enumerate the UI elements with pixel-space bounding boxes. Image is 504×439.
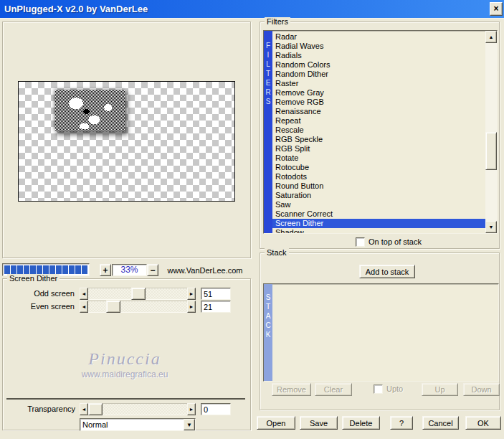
filter-list-item[interactable]: Repeat [272,116,485,126]
filter-list-item[interactable]: RGB Split [272,144,485,154]
filter-list-item[interactable]: Round Button [272,181,485,191]
filter-list-item[interactable]: Renaissance [272,107,485,116]
open-button[interactable]: Open [257,416,295,430]
filter-list-item[interactable]: Saturation [272,191,485,200]
preview-panel [2,22,251,258]
transparency-slider-track[interactable] [88,403,187,415]
even-screen-slider-track[interactable] [88,301,187,313]
progress-segment [62,265,68,274]
watermark-url: www.maidiregrafica.eu [3,369,247,379]
filter-list-item[interactable]: Radial Waves [272,42,485,51]
scroll-down-icon[interactable]: ▼ [485,221,497,233]
cancel-button[interactable]: Cancel [422,416,459,430]
slider-left-arrow-icon[interactable]: ◄ [80,403,88,415]
progress-segment [37,265,42,274]
progress-segment [69,265,75,274]
transparency-label: Transparency [3,403,75,415]
even-screen-slider-thumb[interactable] [106,301,120,313]
ok-button[interactable]: OK [465,416,501,430]
upto-label: Upto [386,383,403,395]
save-button[interactable]: Save [300,416,338,430]
preview-image [55,90,125,131]
screen-dither-group: Screen Dither Odd screen ◄ ► 51 Even scr… [2,278,251,430]
filter-list-item[interactable]: Screen Dither [272,219,485,228]
screen-dither-group-label: Screen Dither [7,274,60,283]
filter-list: RadarRadial WavesRadialsRandom ColorsRan… [272,31,485,233]
filters-group: Filters F I L T E R S RadarRadial WavesR… [260,22,500,249]
help-button[interactable]: ? [390,416,413,430]
blend-mode-value: Normal [82,420,108,430]
progress-segment [82,265,87,274]
slider-right-arrow-icon[interactable]: ► [187,301,196,313]
even-screen-slider[interactable]: ◄ ► [80,301,196,313]
odd-screen-slider-thumb[interactable] [131,288,146,300]
filter-list-item[interactable]: Raster [272,79,485,88]
progress-segment [11,265,16,274]
params-divider [6,398,245,400]
filter-list-item[interactable]: RGB Speckle [272,135,485,144]
progress-segment [4,265,10,274]
window-title: UnPlugged-X v2.0 by VanDerLee [0,4,148,14]
filter-list-item[interactable]: Scanner Correct [272,209,485,219]
unplugged-x-dialog: UnPlugged-X v2.0 by VanDerLee × + 33% − … [0,0,504,439]
chevron-down-icon[interactable]: ▼ [184,419,195,430]
stack-group-label: Stack [265,248,289,258]
close-button[interactable]: × [490,2,503,16]
filter-list-item[interactable]: Rotocube [272,163,485,172]
clear-button[interactable]: Clear [315,383,352,396]
filters-scrollbar[interactable]: ▲ ▼ [485,31,497,233]
filter-list-item[interactable]: Shadow [272,228,485,233]
on-top-of-stack-label: On top of stack [369,236,422,248]
progress-segment [49,265,55,274]
filters-listbox: F I L T E R S RadarRadial WavesRadialsRa… [263,30,498,234]
filters-group-label: Filters [265,17,290,27]
zoom-level: 33% [112,264,147,276]
slider-left-arrow-icon[interactable]: ◄ [80,301,88,313]
delete-button[interactable]: Delete [342,416,380,430]
transparency-value[interactable]: 0 [201,403,231,415]
filter-list-item[interactable]: Radar [272,32,485,42]
transparency-slider-thumb[interactable] [88,403,103,415]
even-screen-value[interactable]: 21 [201,301,231,313]
zoom-in-button[interactable]: + [100,264,111,276]
filter-list-item[interactable]: Radials [272,51,485,60]
filter-list-item[interactable]: Random Dither [272,70,485,79]
progress-segment [56,265,62,274]
filter-list-item[interactable]: Remove Gray [272,88,485,98]
odd-screen-value[interactable]: 51 [201,288,231,300]
even-screen-label: Even screen [3,301,75,313]
progress-segment [24,265,29,274]
transparency-checkerboard-preview[interactable] [18,81,235,202]
slider-right-arrow-icon[interactable]: ► [187,288,196,300]
filters-scrollbar-thumb[interactable] [485,132,497,170]
stack-side-label: S T A C K [264,284,272,381]
filter-list-item[interactable]: Random Colors [272,60,485,70]
title-bar[interactable]: UnPlugged-X v2.0 by VanDerLee × [0,0,504,19]
vendor-url: www.VanDerLee.com [163,265,247,277]
stack-group: Stack Add to stack S T A C K Remove Clea… [260,252,500,410]
scroll-up-icon[interactable]: ▲ [485,31,497,43]
progress-segment [30,265,36,274]
transparency-slider[interactable]: ◄ ► [80,403,196,415]
watermark-name: Pinuccia [3,349,247,369]
remove-button[interactable]: Remove [272,383,311,396]
filter-list-item[interactable]: Rescale [272,126,485,135]
filter-list-item[interactable]: Remove RGB [272,98,485,107]
progress-segment [43,265,49,274]
upto-checkbox[interactable] [374,384,383,394]
on-top-of-stack-checkbox[interactable] [356,237,365,247]
blend-mode-combobox[interactable]: Normal ▼ [80,418,196,431]
slider-left-arrow-icon[interactable]: ◄ [80,288,88,300]
add-to-stack-button[interactable]: Add to stack [359,265,415,278]
odd-screen-slider[interactable]: ◄ ► [80,288,196,300]
zoom-out-button[interactable]: − [147,264,158,276]
down-button[interactable]: Down [463,383,500,396]
filter-list-item[interactable]: Rotate [272,154,485,163]
filter-list-item[interactable]: Rotodots [272,172,485,181]
progress-segment [75,265,81,274]
up-button[interactable]: Up [422,383,458,396]
stack-listbox: S T A C K [263,283,499,382]
progress-segment [17,265,23,274]
filter-list-item[interactable]: Saw [272,200,485,209]
slider-right-arrow-icon[interactable]: ► [187,403,196,415]
